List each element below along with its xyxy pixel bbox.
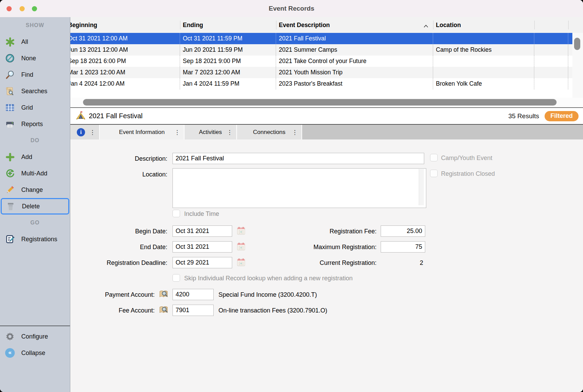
sidebar-item-add[interactable]: Add — [0, 149, 70, 165]
printer-icon — [5, 119, 15, 129]
cell-ending: Mar 7 2023 12:00 AM — [180, 67, 276, 78]
tab-event-information[interactable]: Event Information ⋮ — [100, 125, 185, 139]
sidebar-item-reports[interactable]: Reports — [0, 116, 70, 132]
cell-description: 2021 Youth Mission Trip — [276, 67, 433, 78]
fee-account-description: On-line transaction Fees (3200.7901.O) — [218, 307, 327, 314]
maximum-registration-input[interactable] — [381, 241, 425, 253]
table-row[interactable]: Jun 13 2021 12:00 AM Jun 20 2021 11:59 P… — [70, 44, 572, 56]
collapse-icon: « — [5, 348, 15, 358]
cell-ending: Jun 20 2021 11:59 PM — [180, 44, 276, 56]
include-time-checkbox[interactable] — [172, 210, 180, 217]
multi-add-icon — [5, 168, 15, 179]
registration-deadline-input[interactable] — [172, 257, 232, 268]
tab-drag-handle-icon[interactable]: ⋮ — [292, 128, 298, 136]
tent-icon — [76, 111, 85, 121]
camp-youth-label: Camp/Youth Event — [441, 155, 492, 162]
trash-icon — [5, 201, 16, 211]
fee-account-label: Fee Account: — [70, 307, 155, 314]
sidebar-item-label: Add — [21, 154, 32, 161]
pencil-icon — [5, 185, 15, 195]
current-registration-label: Current Registration: — [252, 259, 377, 267]
description-input[interactable] — [172, 153, 424, 164]
current-registration-value: 2 — [381, 259, 423, 267]
magnifier-icon — [5, 70, 15, 80]
sidebar-item-configure[interactable]: Configure — [0, 328, 70, 345]
registration-closed-label: Registration Closed — [441, 170, 495, 177]
registration-deadline-label: Registration Deadline: — [77, 259, 167, 267]
column-header-event-description[interactable]: Event Description — [276, 17, 420, 33]
sidebar-item-all[interactable]: All — [0, 34, 70, 50]
cell-ending: Jan 4 2024 11:59 PM — [180, 78, 276, 89]
sidebar-item-searches[interactable]: Searches — [0, 83, 70, 99]
sidebar-item-change[interactable]: Change — [0, 182, 70, 198]
sidebar-item-label: All — [21, 38, 28, 46]
sort-ascending-icon — [424, 23, 428, 29]
begin-date-input[interactable] — [172, 225, 232, 237]
sidebar-item-label: Collapse — [21, 350, 45, 357]
end-date-calendar-icon[interactable] — [237, 242, 246, 251]
sidebar-item-label: Configure — [21, 333, 48, 340]
tab-drag-handle-icon[interactable]: ⋮ — [174, 128, 180, 136]
results-count: 35 Results — [508, 112, 539, 120]
sidebar-item-collapse[interactable]: « Collapse — [0, 345, 70, 361]
registrations-icon — [5, 234, 15, 244]
end-date-label: End Date: — [77, 244, 167, 251]
sidebar-item-find[interactable]: Find — [0, 66, 70, 83]
registration-closed-checkbox[interactable] — [430, 170, 438, 177]
location-textarea[interactable] — [172, 168, 426, 208]
table-row[interactable]: Mar 1 2023 12:00 AM Mar 7 2023 12:00 AM … — [70, 67, 572, 78]
sidebar-item-multi-add[interactable]: Multi-Add — [0, 165, 70, 182]
tab-activities[interactable]: Activities ⋮ — [185, 125, 237, 139]
tab-connections[interactable]: Connections ⋮ — [237, 125, 302, 139]
include-time-label: Include Time — [184, 210, 219, 218]
sidebar-item-grid[interactable]: Grid — [0, 99, 70, 116]
cell-beginning: Sep 18 2021 6:00 PM — [70, 56, 180, 67]
asterisk-icon — [5, 37, 15, 47]
horizontal-scrollbar — [70, 98, 583, 107]
table-row[interactable]: Jan 4 2024 12:00 AM Jan 4 2024 11:59 PM … — [70, 78, 572, 89]
sidebar-item-label: Delete — [22, 203, 40, 210]
cell-ending: Sep 18 2021 9:00 PM — [180, 56, 276, 67]
payment-account-lookup-icon[interactable] — [159, 289, 168, 298]
cell-description: 2021 Fall Festival — [276, 33, 433, 44]
sidebar-item-none[interactable]: None — [0, 50, 70, 66]
cell-location: Broken Yolk Cafe — [433, 78, 534, 89]
location-scrollbar[interactable] — [419, 169, 424, 205]
registration-deadline-calendar-icon[interactable] — [237, 258, 246, 267]
vertical-scrollbar-thumb[interactable] — [574, 38, 580, 50]
cell-description: 2021 Summer Camps — [276, 44, 433, 56]
sidebar-item-label: Reports — [21, 121, 43, 128]
tab-drag-handle-icon[interactable]: ⋮ — [227, 128, 233, 136]
tab-drag-handle-icon[interactable]: ⋮ — [90, 128, 95, 136]
skip-lookup-label: Skip Individual Record lookup when addin… — [184, 275, 353, 282]
column-header-location[interactable]: Location — [433, 17, 534, 33]
grid-icon — [5, 102, 15, 113]
fee-account-lookup-icon[interactable] — [159, 305, 168, 314]
registration-fee-input[interactable] — [381, 225, 425, 237]
info-tab[interactable]: i ⋮ — [70, 125, 100, 139]
sidebar-item-label: Grid — [21, 104, 33, 111]
cell-description: 2021 Take Control of your Future — [276, 56, 433, 67]
column-header-ending[interactable]: Ending — [180, 17, 276, 33]
table-row[interactable]: Sep 18 2021 6:00 PM Sep 18 2021 9:00 PM … — [70, 56, 572, 67]
filtered-badge[interactable]: Filtered — [545, 111, 579, 121]
cell-beginning: Jan 4 2024 12:00 AM — [70, 78, 180, 89]
sidebar-item-delete[interactable]: Delete — [1, 198, 69, 215]
fee-account-input[interactable] — [172, 305, 214, 316]
begin-date-calendar-icon[interactable] — [237, 226, 246, 235]
column-header-beginning[interactable]: Beginning — [70, 17, 180, 33]
event-list: Oct 31 2021 12:00 AM Oct 31 2021 11:59 P… — [70, 33, 572, 98]
payment-account-input[interactable] — [172, 289, 214, 300]
table-header: Beginning Ending Event Description Locat… — [70, 17, 583, 33]
table-row[interactable]: Oct 31 2021 12:00 AM Oct 31 2021 11:59 P… — [70, 33, 572, 44]
skip-lookup-checkbox[interactable] — [172, 274, 180, 282]
tab-label: Event Information — [119, 129, 165, 136]
camp-youth-checkbox[interactable] — [430, 154, 438, 161]
window-title: Event Records — [0, 0, 583, 17]
event-information-panel: Description: Camp/Youth Event Location: … — [70, 139, 583, 392]
horizontal-scrollbar-thumb[interactable] — [83, 99, 557, 106]
end-date-input[interactable] — [172, 241, 232, 253]
tab-label: Activities — [199, 129, 222, 136]
sidebar-item-registrations[interactable]: Registrations — [0, 231, 70, 247]
begin-date-label: Begin Date: — [77, 228, 167, 235]
